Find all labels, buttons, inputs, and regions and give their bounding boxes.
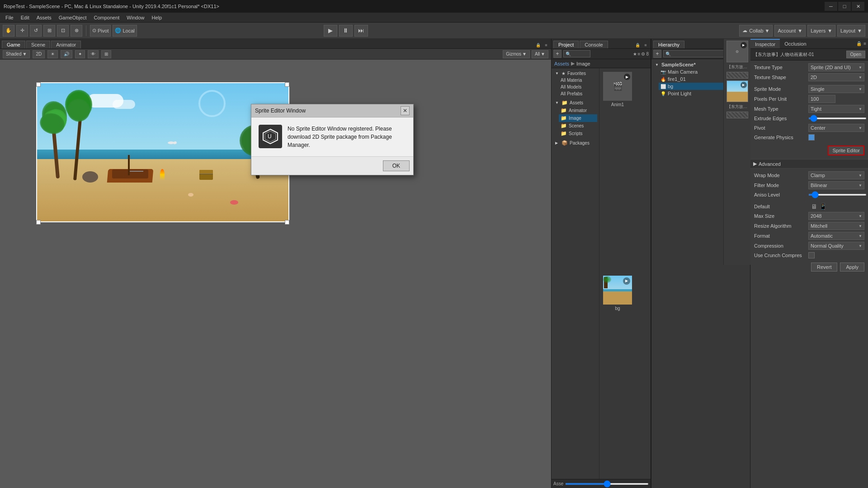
tab-animator[interactable]: Animator <box>51 41 81 48</box>
sprite-mode-dropdown[interactable]: Single ▼ <box>808 85 864 93</box>
pivot-dropdown[interactable]: Center ▼ <box>808 124 864 132</box>
tree-packages[interactable]: ▶ 📦 Packages <box>553 139 597 147</box>
scene-visibility[interactable]: 👁 <box>88 50 99 58</box>
resize-handle-tr[interactable] <box>285 82 289 87</box>
texture-shape-dropdown[interactable]: 2D ▼ <box>808 73 864 81</box>
starred-icon[interactable]: ★ <box>633 52 637 56</box>
project-menu[interactable]: ≡ <box>642 42 649 48</box>
dialog-ok-button[interactable]: OK <box>383 160 410 171</box>
add-asset-button[interactable]: + <box>553 50 561 58</box>
local-button[interactable]: 🌐 Local <box>113 25 137 37</box>
pivot-button[interactable]: ⊙ Pivot <box>90 25 111 37</box>
tab-scene[interactable]: Scene <box>26 41 50 48</box>
dialog-close-button[interactable]: ✕ <box>401 106 410 115</box>
scene-panel-menu[interactable]: ≡ <box>543 42 549 48</box>
max-size-dropdown[interactable]: 2048 ▼ <box>808 212 864 220</box>
effects-toggle[interactable]: ✦ <box>75 50 85 58</box>
sprite-editor-button[interactable]: Sprite Editor <box>828 145 864 155</box>
thumb-strip-2[interactable]: ▶ <box>726 80 748 102</box>
apply-button[interactable]: Apply <box>840 263 864 272</box>
breadcrumb-image[interactable]: Image <box>576 61 590 66</box>
generate-physics-checkbox[interactable] <box>808 134 815 141</box>
tree-animator[interactable]: 📁 Animator <box>559 107 597 114</box>
menu-gameobject[interactable]: GameObject <box>55 14 90 21</box>
tree-scripts[interactable]: 📁 Scripts <box>559 130 597 137</box>
compression-dropdown[interactable]: Normal Quality ▼ <box>808 242 864 250</box>
menu-edit[interactable]: Edit <box>17 14 33 21</box>
tree-favorites[interactable]: ▼ ★ Favorites <box>553 70 597 77</box>
menu-window[interactable]: Window <box>123 14 148 21</box>
thumb-strip-1[interactable]: ▶ ⚙ <box>726 41 748 62</box>
gizmos-btn[interactable]: Gizmos ▼ <box>503 50 530 58</box>
extrude-slider[interactable] <box>808 117 867 119</box>
resize-handle-br[interactable] <box>285 220 289 225</box>
collab-button[interactable]: ☁ Collab ▼ <box>739 25 773 37</box>
list-icon[interactable]: ≡ <box>638 52 641 56</box>
lighting-toggle[interactable]: ☀ <box>47 50 58 58</box>
resize-handle-tl[interactable] <box>36 82 41 87</box>
tree-all-materials[interactable]: All Materia <box>559 77 597 84</box>
pixels-per-unit-field[interactable]: 100 <box>808 95 835 103</box>
texture-type-dropdown[interactable]: Sprite (2D and UI) ▼ <box>808 63 864 71</box>
shaded-dropdown[interactable]: Shaded ▼ <box>3 50 30 58</box>
scene-extras[interactable]: ⊞ <box>101 50 111 58</box>
tab-hierarchy[interactable]: Hierarchy <box>653 41 684 48</box>
project-search-input[interactable] <box>563 50 590 57</box>
close-button[interactable]: ✕ <box>852 2 864 11</box>
scene-panel-lock[interactable]: 🔒 <box>535 42 541 48</box>
asset-size-slider[interactable] <box>565 483 649 485</box>
revert-button[interactable]: Revert <box>811 263 837 272</box>
menu-file[interactable]: File <box>2 14 17 21</box>
audio-toggle[interactable]: 🔊 <box>61 50 72 58</box>
open-asset-button[interactable]: Open <box>846 51 865 58</box>
tree-image[interactable]: 📁 Image <box>559 114 597 122</box>
tree-all-models[interactable]: All Models <box>559 84 597 90</box>
pause-button[interactable]: ⏸ <box>339 25 353 37</box>
settings-icon[interactable]: ⚙ <box>641 52 645 56</box>
menu-assets[interactable]: Assets <box>33 14 55 21</box>
tree-all-prefabs[interactable]: All Prefabs <box>559 90 597 97</box>
scale-tool[interactable]: ⊞ <box>43 25 55 37</box>
pivot-field-label: Pivot <box>754 125 808 131</box>
tab-occlusion[interactable]: Occlusion <box>780 39 811 48</box>
maximize-button[interactable]: □ <box>838 2 851 11</box>
move-tool[interactable]: ✛ <box>16 25 28 37</box>
menu-component[interactable]: Component <box>90 14 123 21</box>
menu-help[interactable]: Help <box>148 14 165 21</box>
transform-tool[interactable]: ⊗ <box>71 25 82 37</box>
aniso-slider[interactable] <box>808 194 867 196</box>
layers-button[interactable]: Layers ▼ <box>807 25 835 37</box>
use-crunch-checkbox[interactable] <box>808 252 815 258</box>
tree-scenes[interactable]: 📁 Scenes <box>559 122 597 130</box>
insp-menu[interactable]: ≡ <box>863 41 866 46</box>
tab-project[interactable]: Project <box>553 41 579 48</box>
rect-tool[interactable]: ⊡ <box>57 25 69 37</box>
resize-alg-dropdown[interactable]: Mitchell ▼ <box>808 222 864 230</box>
resize-handle-bl[interactable] <box>36 220 41 225</box>
tab-console[interactable]: Console <box>580 41 608 48</box>
breadcrumb-assets[interactable]: Assets <box>554 61 569 66</box>
filter-mode-value: Bilinear <box>811 183 859 188</box>
tree-assets[interactable]: ▼ 📁 Assets <box>553 99 597 107</box>
tab-game[interactable]: Game <box>2 41 25 48</box>
advanced-section[interactable]: ▶ Advanced <box>750 159 868 169</box>
play-button[interactable]: ▶ <box>324 25 337 37</box>
account-button[interactable]: Account ▼ <box>774 25 806 37</box>
step-button[interactable]: ⏭ <box>354 25 368 37</box>
hand-tool[interactable]: ✋ <box>3 25 14 37</box>
add-gameobject-button[interactable]: + <box>653 50 661 58</box>
2d-button[interactable]: 2D <box>33 50 45 58</box>
project-lock[interactable]: 🔒 <box>634 42 641 48</box>
minimize-button[interactable]: ─ <box>825 2 837 11</box>
mesh-type-dropdown[interactable]: Tight ▼ <box>808 105 864 113</box>
all-btn[interactable]: All ▼ <box>532 50 548 58</box>
asset-anim1[interactable]: 🎬 ▶ Anim1 <box>603 72 632 272</box>
tab-inspector[interactable]: Inspector <box>750 39 780 48</box>
format-dropdown[interactable]: Automatic ▼ <box>808 232 864 240</box>
insp-lock[interactable]: 🔒 <box>856 41 862 46</box>
asset-bg[interactable]: ▶ bg <box>603 276 632 476</box>
wrap-mode-dropdown[interactable]: Clamp ▼ <box>808 171 864 179</box>
rotate-tool[interactable]: ↺ <box>30 25 42 37</box>
filter-mode-dropdown[interactable]: Bilinear ▼ <box>808 181 864 189</box>
layout-button[interactable]: Layout ▼ <box>837 25 865 37</box>
